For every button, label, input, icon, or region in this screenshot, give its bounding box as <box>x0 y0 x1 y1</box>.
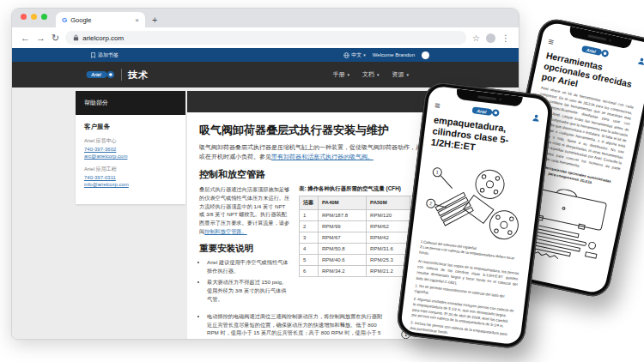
help-sidebar: 帮助部分 客户服务 Ariel 应答中心 740-397-3602 arc@ar… <box>76 91 185 204</box>
table-cell: RPM/34.2 <box>319 265 367 276</box>
address-bar[interactable]: arielcorp.com <box>65 31 466 45</box>
new-tab-button[interactable]: + <box>152 15 157 27</box>
tab-favicon-icon: G <box>62 16 67 24</box>
table-header-cell: PA50M <box>367 196 410 209</box>
back-icon[interactable]: ← <box>21 33 30 43</box>
install-notes-bottom-wrap: 电动操控的电磁阀通过两位三通阀控制驱动压力，将控制阀放置在执行器附近丘宾管长度尽… <box>199 312 384 339</box>
maximize-window-button[interactable] <box>41 14 47 20</box>
brand-divider <box>121 69 122 81</box>
forward-icon[interactable]: → <box>36 33 46 43</box>
table-cell: RPM/67 <box>319 232 367 243</box>
speaker-grille <box>477 95 496 100</box>
reload-icon[interactable]: ↻ <box>52 33 59 43</box>
contact-block: Ariel 应用工程 740-397-0311 info@arielcorp.c… <box>84 166 177 187</box>
language-selector[interactable]: 中文 ▾ <box>343 51 366 59</box>
window-controls[interactable] <box>21 9 47 27</box>
table-cell: RPM/50.8 <box>319 243 367 254</box>
install-notes-bottom: 电动操控的电磁阀通过两位三通阀控制驱动压力，将控制阀放置在执行器附近丘宾管长度尽… <box>199 312 384 339</box>
install-note: 电动操控的电磁阀通过两位三通阀控制驱动压力，将控制阀放置在执行器附近丘宾管长度尽… <box>207 312 384 339</box>
utility-right-group: 中文 ▾ Welcome Brandon <box>343 48 429 62</box>
install-notes-top: Ariel 建议使用干净空气或惰性气体操作执行器。最大驱动压力不得超过 150 … <box>199 258 290 303</box>
phone-screen: ≡ empaquetadura, cilindros clase 5-1/2H:… <box>400 86 550 346</box>
chevron-down-icon: ▾ <box>363 52 366 57</box>
welcome-user[interactable]: Welcome Brandon <box>373 52 415 57</box>
nav-menu-label: 文档 <box>362 70 374 79</box>
nav-menu-label: 资源 <box>392 70 404 79</box>
nav-menu-label: 手册 <box>332 70 344 79</box>
intro-link[interactable]: 带有卸荷器和活塞式执行器的吸气阀。 <box>271 154 374 160</box>
contact-block: Ariel 应答中心 740-397-3602 arc@arielcorp.co… <box>84 137 177 159</box>
globe-icon <box>343 52 349 58</box>
browser-toolbar: ← → ↻ arielcorp.com ☆ ⋮ <box>12 27 519 48</box>
site-section-title: 技术 <box>128 69 149 81</box>
sidebar-body: 客户服务 Ariel 应答中心 740-397-3602 arc@arielco… <box>76 115 185 204</box>
left-column: 叠层式执行器通过向活塞顶部施加足够的仪表空气或惰性气体压力来运行。压力流经执行器… <box>199 185 290 307</box>
table-cell: RPM/99 <box>319 220 367 232</box>
table-cell: RPM/120 <box>367 209 410 220</box>
table-cell: 4 <box>300 243 319 254</box>
diagram-callout: 2 <box>429 201 433 206</box>
phone-screen-content: ≡ empaquetadura, cilindros clase 5-1/2H:… <box>400 86 550 346</box>
contact-email-link[interactable]: info@arielcorp.com <box>84 182 177 187</box>
ariel-logo <box>86 69 115 81</box>
table-cell: 3 <box>300 232 319 243</box>
install-note: Ariel 建议使用干净空气或惰性气体操作执行器。 <box>207 258 290 275</box>
language-label: 中文 <box>351 51 361 59</box>
site-utility-bar: 添加书签 中文 ▾ Welcome Brandon <box>12 48 519 62</box>
browser-profile-avatar[interactable] <box>486 33 495 43</box>
chevron-down-icon: ▾ <box>347 72 349 77</box>
contact-email-link[interactable]: arc@arielcorp.com <box>84 154 177 159</box>
sidebar-header: 帮助部分 <box>76 91 185 115</box>
contact-phone-link[interactable]: 740-397-3602 <box>84 147 177 152</box>
bookmark-star-icon[interactable]: ☆ <box>472 33 480 43</box>
section1-body: 叠层式执行器通过向活塞顶部施加足够的仪表空气或惰性气体压力来运行。压力流经执行器… <box>199 186 289 235</box>
ariel-logo <box>471 106 501 118</box>
table-cell: RPM/42 <box>367 232 410 243</box>
add-bookmark-button[interactable]: 添加书签 <box>91 48 118 62</box>
section2-heading: 重要安装说明 <box>199 243 290 255</box>
table-cell: RPM/31.6 <box>367 243 410 254</box>
lock-icon <box>73 34 79 41</box>
profile-icon[interactable] <box>636 56 644 66</box>
table-header-cell: 活塞 <box>300 196 319 209</box>
bookmark-icon <box>91 52 95 58</box>
contact-name: Ariel 应用工程 <box>84 166 177 173</box>
tab-close-icon[interactable]: × <box>135 16 139 24</box>
nav-menu-item[interactable]: 手册 ▾ <box>332 70 349 79</box>
tab-title: Google <box>70 16 131 24</box>
table-header-cell: PA40M <box>319 196 367 209</box>
speaker-grille <box>588 34 607 41</box>
browser-tab[interactable]: G Google × <box>56 12 145 27</box>
site-brand[interactable]: 技术 <box>86 69 149 81</box>
user-avatar[interactable] <box>422 51 429 59</box>
diagram-callout: 1 <box>435 170 439 175</box>
packing-diagram: 1 2 <box>417 152 535 250</box>
contact-phone-link[interactable]: 740-397-0311 <box>84 175 177 180</box>
table-cell: RPM/62 <box>367 220 410 232</box>
nav-menu-item[interactable]: 资源 ▾ <box>392 70 409 79</box>
hamburger-menu-icon[interactable]: ≡ <box>434 100 441 111</box>
hamburger-menu-icon[interactable]: ≡ <box>547 37 555 47</box>
add-bookmark-label: 添加书签 <box>98 51 118 59</box>
table-cell: 1 <box>300 209 319 220</box>
table-cell: RPM/40.6 <box>319 254 367 265</box>
install-note: 最大驱动压力不得超过 150 psig。使用外径为 3/8 英寸的执行气体供气管… <box>207 278 290 303</box>
table-cell: 5 <box>300 254 319 265</box>
close-window-button[interactable] <box>21 14 27 20</box>
contact-name: Ariel 应答中心 <box>84 137 177 145</box>
table-cell: RPM/187.8 <box>319 209 367 220</box>
profile-icon[interactable] <box>532 113 541 123</box>
section1-text: 叠层式执行器通过向活塞顶部施加足够的仪表空气或惰性气体压力来运行。压力流经执行器… <box>199 185 290 237</box>
minimize-window-button[interactable] <box>31 14 37 20</box>
table-cell: 6 <box>300 265 319 276</box>
chevron-down-icon: ▾ <box>377 72 380 77</box>
site-nav: 手册 ▾ 文档 ▾ 资源 ▾ <box>332 70 409 79</box>
table-cell: 2 <box>300 220 319 232</box>
camera-dot <box>609 39 612 42</box>
section1-link[interactable]: 控制和放空管路。 <box>204 228 247 234</box>
nav-menu-item[interactable]: 文档 ▾ <box>362 70 380 79</box>
sidebar-section-title: 客户服务 <box>84 123 177 131</box>
browser-menu-icon[interactable]: ⋮ <box>501 33 510 43</box>
browser-tab-strip: G Google × + <box>12 9 519 27</box>
chevron-down-icon: ▾ <box>406 72 409 77</box>
